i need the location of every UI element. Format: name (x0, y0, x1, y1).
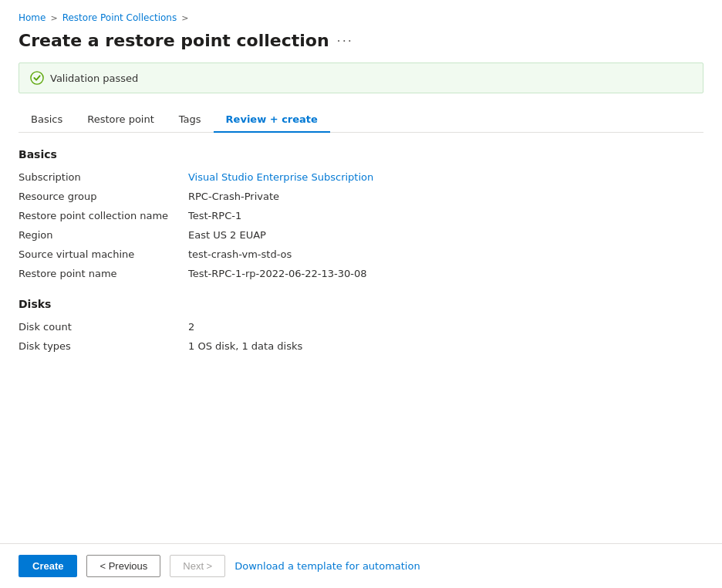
breadcrumb-sep1: > (50, 13, 57, 23)
disk-types-label: Disk types (19, 340, 188, 352)
source-vm-value: test-crash-vm-std-os (188, 248, 703, 260)
basics-section: Basics Subscription Visual Studio Enterp… (19, 148, 703, 298)
resource-group-value: RPC-Crash-Private (188, 191, 703, 202)
previous-button[interactable]: < Previous (86, 555, 160, 577)
tab-basics[interactable]: Basics (19, 107, 75, 133)
next-button: Next > (170, 555, 225, 577)
restore-point-name-value: Test-RPC-1-rp-2022-06-22-13-30-08 (188, 268, 703, 279)
tabs-bar: Basics Restore point Tags Review + creat… (19, 107, 703, 133)
tab-restore-point[interactable]: Restore point (75, 107, 167, 133)
basics-section-title: Basics (19, 148, 703, 161)
disks-field-grid: Disk count 2 Disk types 1 OS disk, 1 dat… (19, 321, 703, 352)
validation-text: Validation passed (50, 73, 138, 84)
restore-point-name-label: Restore point name (19, 268, 188, 279)
disk-count-value: 2 (188, 321, 703, 333)
page-title: Create a restore point collection (19, 31, 329, 50)
disks-section: Disks Disk count 2 Disk types 1 OS disk,… (19, 298, 703, 370)
basics-field-grid: Subscription Visual Studio Enterprise Su… (19, 171, 703, 279)
download-template-link[interactable]: Download a template for automation (234, 560, 420, 572)
page-title-row: Create a restore point collection ··· (19, 31, 703, 50)
breadcrumb-collections[interactable]: Restore Point Collections (62, 12, 177, 23)
collection-name-value: Test-RPC-1 (188, 210, 703, 221)
region-label: Region (19, 229, 188, 241)
footer: Create < Previous Next > Download a temp… (0, 543, 722, 588)
breadcrumb-sep2: > (181, 13, 188, 23)
validation-banner: Validation passed (19, 63, 703, 93)
disk-types-value: 1 OS disk, 1 data disks (188, 340, 703, 352)
subscription-value: Visual Studio Enterprise Subscription (188, 171, 703, 183)
disk-count-label: Disk count (19, 321, 188, 333)
more-options-button[interactable]: ··· (337, 34, 353, 49)
breadcrumb: Home > Restore Point Collections > (19, 12, 703, 23)
region-value: East US 2 EUAP (188, 229, 703, 241)
tab-tags[interactable]: Tags (167, 107, 214, 133)
create-button[interactable]: Create (19, 555, 77, 577)
source-vm-label: Source virtual machine (19, 248, 188, 260)
svg-point-0 (31, 72, 43, 84)
breadcrumb-home[interactable]: Home (19, 12, 46, 23)
subscription-label: Subscription (19, 171, 188, 183)
resource-group-label: Resource group (19, 191, 188, 202)
collection-name-label: Restore point collection name (19, 210, 188, 221)
tab-review-create[interactable]: Review + create (214, 107, 330, 133)
disks-section-title: Disks (19, 298, 703, 310)
validation-check-icon (30, 71, 44, 85)
